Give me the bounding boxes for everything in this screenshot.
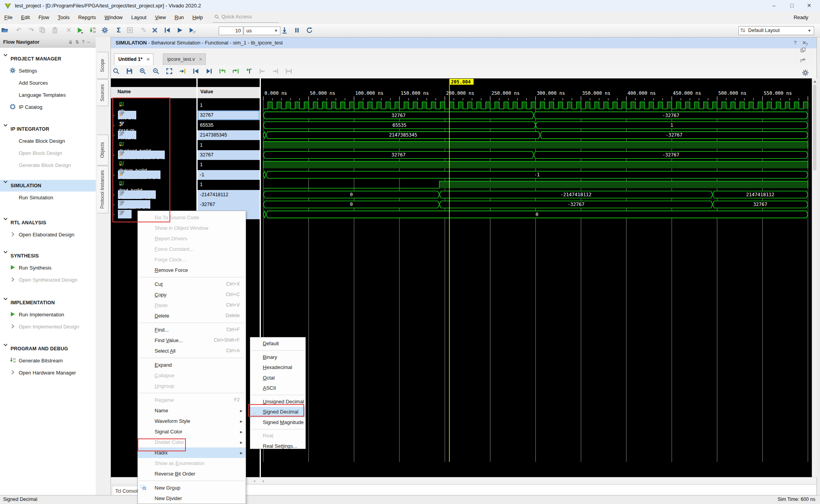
toolbar-restart-icon[interactable] — [164, 26, 174, 35]
menu-run[interactable]: Run — [170, 12, 188, 20]
layout-selector[interactable]: Default Layout ▼ — [738, 26, 814, 35]
fn-section-header-rtl-analysis[interactable]: RTL ANALYSIS — [0, 217, 96, 229]
close-tab-icon[interactable]: ✕ — [199, 57, 202, 62]
menu-item-signal-color[interactable]: Signal Color▶ — [138, 426, 246, 437]
expand-chevron-icon[interactable]: › — [113, 130, 115, 140]
signal-row-dout-tdata-31-0[interactable]: ›dout_tdata[31:0]-2147418112 — [111, 190, 261, 200]
menu-item-unsigned-decimal[interactable]: Unsigned Decimal — [250, 397, 305, 407]
signal-value[interactable]: 1 — [198, 180, 260, 190]
signal-name[interactable]: ›B[15:0] — [111, 121, 196, 130]
fn-item-run-simulation[interactable]: Run Simulation — [0, 192, 96, 204]
signal-name[interactable]: ›A[15:0] — [111, 110, 196, 120]
signal-value[interactable]: 32767 — [198, 110, 260, 120]
menu-item-find-value[interactable]: Find Value...Ctrl+Shift+F — [138, 335, 246, 346]
close-button[interactable]: ✕ — [800, 0, 818, 11]
signal-value[interactable]: 1 — [198, 160, 260, 170]
wave-add-marker-icon[interactable] — [245, 67, 255, 76]
maximize-pane-icon[interactable] — [800, 58, 813, 63]
fn-item-language-templates[interactable]: Language Templates — [0, 89, 96, 101]
menu-item-reverse-bit-order[interactable]: Reverse Bit Order — [138, 469, 246, 479]
fn-item-open-synthesized-design[interactable]: Open Synthesized Design — [0, 274, 96, 286]
minimize-button[interactable]: – — [765, 0, 783, 11]
signal-value[interactable]: -1 — [198, 170, 260, 180]
expand-chevron-icon[interactable]: › — [113, 170, 115, 180]
wave-go-start-icon[interactable] — [192, 67, 202, 76]
wave-prev-transition-icon[interactable] — [219, 67, 229, 76]
menu-item-remove-force[interactable]: Remove Force — [138, 265, 246, 275]
expand-chevron-icon[interactable]: › — [113, 121, 115, 130]
fn-item-open-block-design[interactable]: Open Block Design — [0, 147, 96, 159]
name-column-header[interactable]: Name — [118, 89, 131, 94]
signal-row-divisor-tvalid[interactable]: divisor_tvalid1 — [111, 160, 261, 170]
side-tab-sources[interactable]: Sources — [97, 79, 109, 106]
signal-value[interactable]: 1 — [198, 101, 260, 110]
toolbar-run-icon[interactable] — [76, 26, 86, 35]
fn-item-generate-block-design[interactable]: Generate Block Design — [0, 159, 96, 171]
signal-value[interactable]: -32767 — [198, 200, 260, 209]
fn-section-header-synthesis[interactable]: SYNTHESIS — [0, 250, 96, 262]
signal-row-dividend-tvalid[interactable]: dividend_tvalid1 — [111, 140, 261, 150]
signal-row-b-15-0[interactable]: ›B[15:0]65535 — [111, 121, 261, 130]
fn-item-open-implemented-design[interactable]: Open Implemented Design — [0, 321, 96, 333]
menu-flow[interactable]: Flow — [34, 12, 53, 20]
fn-section-header-simulation[interactable]: SIMULATION — [0, 180, 96, 192]
menu-tools[interactable]: Tools — [53, 12, 74, 20]
signal-name[interactable]: ›P[31:0] — [111, 130, 196, 140]
signal-row-quotient-15-0[interactable]: ›quotient[15:0]-32767 — [111, 200, 261, 209]
side-tab-objects[interactable]: Objects — [97, 135, 109, 165]
fn-section-header-project-manager[interactable]: PROJECT MANAGER — [0, 53, 96, 65]
signal-name[interactable]: ›quotient[15:0] — [111, 200, 196, 209]
menu-view[interactable]: View — [151, 12, 170, 20]
waveform-settings-gear-icon[interactable] — [802, 68, 812, 78]
wave-find-icon[interactable] — [112, 67, 123, 76]
menu-item-find[interactable]: Find...Ctrl+F — [138, 325, 246, 335]
menu-item-radix[interactable]: Radix▶ — [138, 447, 246, 458]
signal-row-dout-tvalid[interactable]: dout_tvalid1 — [111, 180, 261, 190]
signal-name[interactable]: ›dout_tdata[31:0] — [111, 190, 196, 200]
wave-zoom-out-icon[interactable] — [152, 67, 162, 76]
menu-item-name[interactable]: Name▶ — [138, 405, 246, 416]
fn-section-header-ip-integrator[interactable]: IP INTEGRATOR — [0, 123, 96, 135]
toolbar-break-x-icon[interactable] — [151, 26, 161, 35]
menu-item-octal[interactable]: Octal — [250, 373, 305, 383]
signal-name[interactable]: ›dividend_tdata[15:0] — [111, 150, 196, 160]
signal-name[interactable]: ›divisor_tdata[15:0] — [111, 170, 196, 180]
wave-save-icon[interactable] — [126, 67, 136, 76]
fn-item-add-sources[interactable]: Add Sources — [0, 77, 96, 89]
wave-zoom-fit-icon[interactable] — [166, 67, 176, 76]
side-tab-scope[interactable]: Scope — [97, 52, 109, 79]
toolbar-relaunch-icon[interactable] — [306, 26, 316, 35]
menu-item-select-all[interactable]: Select AllCtrl+A — [138, 346, 246, 356]
expand-chevron-icon[interactable]: › — [113, 110, 115, 120]
fn-item-run-synthesis[interactable]: Run Synthesis — [0, 262, 96, 274]
menu-item-signed-magnitude[interactable]: Signed Magnitude — [250, 417, 305, 428]
menu-file[interactable]: File — [0, 12, 17, 20]
menu-item-default[interactable]: Default — [250, 339, 305, 349]
fn-item-create-block-design[interactable]: Create Block Design — [0, 135, 96, 147]
menu-item-hexadecimal[interactable]: Hexadecimal — [250, 362, 305, 373]
wave-zoom-in-icon[interactable] — [139, 67, 149, 76]
menu-help[interactable]: Help — [188, 12, 207, 20]
menu-item-copy[interactable]: CopyCtrl+C — [138, 289, 246, 300]
tab-untitled-1[interactable]: Untitled 1*✕ — [114, 53, 153, 65]
scrollbar-thumb[interactable] — [813, 85, 816, 170]
menu-item-ascii[interactable]: ASCII — [250, 383, 305, 394]
tab-ipcore-test-v[interactable]: ipcore_test.v✕ — [163, 53, 206, 65]
signal-row-clk[interactable]: clk1 — [111, 101, 261, 110]
menu-item-waveform-style[interactable]: Waveform Style▶ — [138, 416, 246, 426]
signal-name[interactable]: clk — [111, 101, 196, 110]
signal-value[interactable]: 65535 — [198, 121, 260, 130]
signal-name[interactable]: dout_tvalid — [111, 180, 196, 190]
scroll-right-arrow-icon[interactable]: › — [254, 477, 255, 484]
toolbar-run-to-icon[interactable] — [281, 26, 291, 35]
signal-name[interactable]: divisor_tvalid — [111, 160, 196, 170]
toolbar-step-icon[interactable]: 0110 — [89, 26, 99, 35]
scroll-up-arrow-icon[interactable] — [813, 80, 816, 83]
wave-go-end-icon[interactable] — [205, 67, 216, 76]
toolbar-run-all-icon[interactable] — [176, 26, 186, 35]
fn-item-generate-bitstream[interactable]: 0110Generate Bitstream — [0, 355, 96, 367]
signal-value[interactable]: 32767 — [198, 150, 260, 160]
signal-row-dividend-tdata-15-0[interactable]: ›dividend_tdata[15:0]32767 — [111, 150, 261, 160]
expand-chevron-icon[interactable]: › — [113, 200, 115, 209]
signal-name[interactable]: dividend_tvalid — [111, 140, 196, 150]
